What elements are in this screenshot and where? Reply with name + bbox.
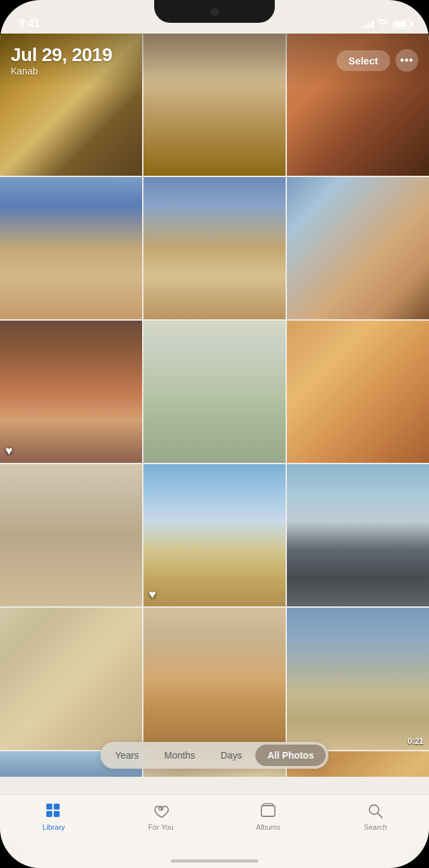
battery-icon (393, 20, 410, 29)
photo-cell[interactable]: ♥ (143, 464, 286, 606)
albums-icon (259, 802, 278, 820)
photo-cell[interactable]: 0:21 (287, 608, 429, 750)
tab-bar: Library For You Albums (0, 794, 429, 868)
video-duration-badge: 0:21 (408, 737, 424, 746)
photo-image (0, 177, 142, 319)
signal-bar-4 (372, 20, 374, 28)
photo-cell[interactable]: ♥ (0, 321, 142, 463)
photo-image (143, 464, 286, 606)
tab-allphotos[interactable]: All Photos (255, 745, 326, 766)
favorite-heart-icon: ♥ (149, 588, 162, 601)
photo-image (287, 321, 429, 463)
select-button[interactable]: Select (336, 50, 390, 71)
tab-search[interactable]: Search (322, 802, 429, 831)
tab-library-label: Library (42, 823, 65, 831)
notch (154, 0, 275, 23)
tab-search-label: Search (364, 823, 387, 831)
svg-rect-0 (46, 804, 52, 810)
signal-bar-1 (362, 25, 364, 28)
photo-image (143, 177, 286, 319)
photo-cell[interactable] (0, 464, 142, 606)
svg-rect-2 (46, 811, 52, 817)
photo-cell[interactable] (143, 321, 286, 463)
photo-cell[interactable] (0, 608, 142, 750)
header-actions: Select ••• (336, 49, 418, 72)
status-time: 9:41 (19, 17, 40, 30)
wifi-icon (378, 19, 389, 30)
more-button[interactable]: ••• (395, 49, 418, 72)
photo-cell[interactable] (143, 608, 286, 750)
svg-rect-6 (263, 804, 273, 806)
tab-days[interactable]: Days (208, 745, 254, 766)
header-title: Jul 29, 2019 Kanab (11, 44, 112, 76)
svg-rect-3 (54, 811, 60, 817)
photo-image (143, 321, 286, 463)
favorite-heart-icon: ♥ (5, 444, 19, 457)
photo-image (287, 177, 429, 319)
photo-header: Jul 29, 2019 Kanab Select ••• (0, 34, 429, 87)
photo-image (143, 608, 286, 750)
tab-albums[interactable]: Albums (214, 802, 322, 831)
svg-rect-1 (54, 804, 60, 810)
signal-bar-3 (369, 22, 371, 28)
signal-icon (362, 20, 374, 28)
photo-cell[interactable] (287, 464, 429, 606)
tab-albums-label: Albums (256, 823, 281, 831)
tab-months[interactable]: Months (152, 745, 207, 766)
photo-grid-container: Jul 29, 2019 Kanab Select ••• (0, 34, 429, 777)
phone-frame: 9:41 (0, 0, 429, 868)
photo-cell[interactable] (0, 177, 142, 319)
library-icon (44, 802, 63, 820)
tab-foryou-label: For You (148, 823, 174, 831)
battery-fill (395, 21, 407, 27)
tab-library[interactable]: Library (0, 802, 107, 831)
foryou-icon (151, 802, 170, 820)
header-location: Kanab (11, 66, 112, 76)
svg-line-8 (378, 814, 383, 818)
home-indicator (171, 859, 258, 863)
phone-content: 9:41 (0, 0, 429, 868)
front-camera (210, 8, 219, 16)
tab-years[interactable]: Years (103, 745, 151, 766)
photo-cell[interactable] (287, 177, 429, 319)
header-date: Jul 29, 2019 (11, 44, 112, 66)
search-icon (366, 802, 385, 820)
photo-cell[interactable] (143, 177, 286, 319)
svg-rect-5 (261, 806, 275, 816)
photo-grid: ♥ ♥ (0, 34, 429, 777)
signal-bar-2 (365, 24, 367, 28)
photo-image (0, 464, 142, 606)
photo-image (0, 321, 142, 463)
photo-image (287, 608, 429, 750)
photo-cell[interactable] (287, 321, 429, 463)
photo-image (0, 608, 142, 750)
time-filter-bar: Years Months Days All Photos (101, 742, 328, 769)
status-icons (362, 19, 410, 30)
photo-image (287, 464, 429, 606)
tab-foryou[interactable]: For You (107, 802, 214, 831)
